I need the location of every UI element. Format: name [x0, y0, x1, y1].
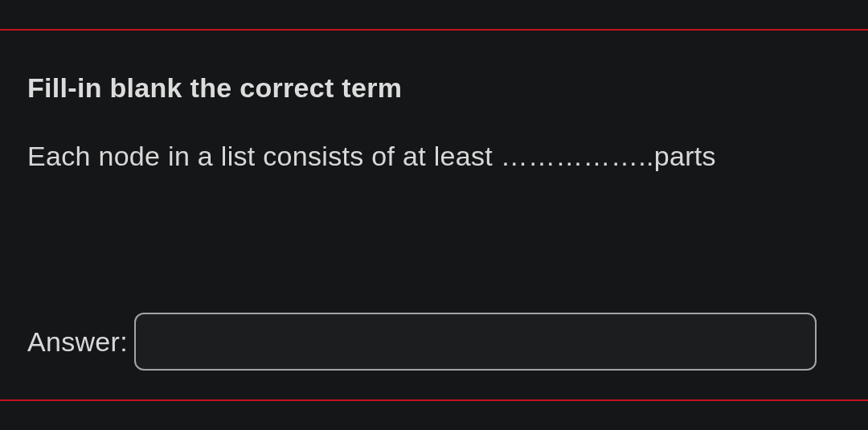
divider-top: [0, 29, 868, 31]
answer-input[interactable]: [134, 313, 817, 371]
question-text: Each node in a list consists of at least…: [27, 141, 841, 172]
question-content: Fill-in blank the correct term Each node…: [27, 72, 841, 172]
answer-label: Answer:: [27, 326, 128, 358]
question-card: Fill-in blank the correct term Each node…: [0, 0, 868, 430]
divider-bottom: [0, 399, 868, 401]
answer-row: Answer:: [27, 313, 841, 371]
instruction-text: Fill-in blank the correct term: [27, 72, 841, 104]
